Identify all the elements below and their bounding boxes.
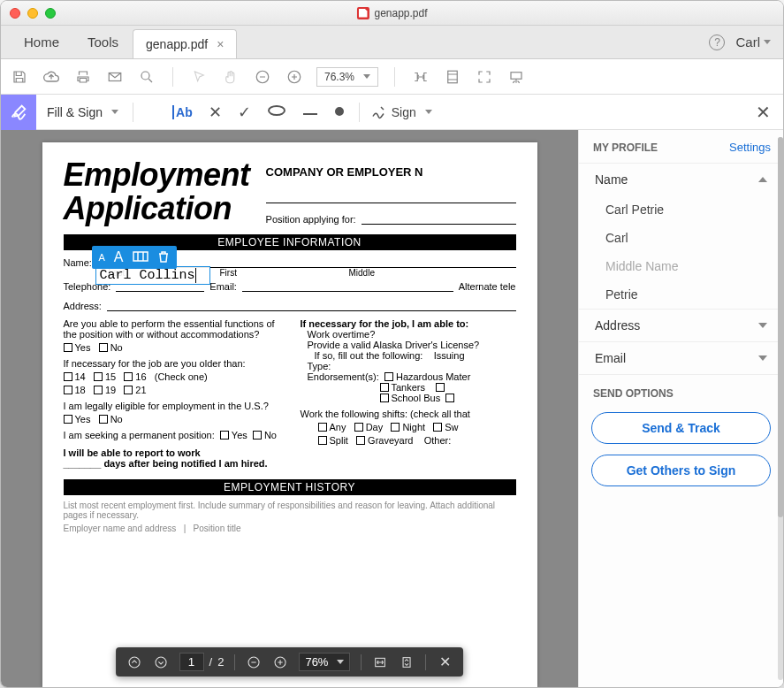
tab-bar: Home Tools genapp.pdf × ? Carl xyxy=(1,26,783,59)
text-size-small[interactable]: A xyxy=(99,252,105,263)
window-controls xyxy=(10,8,56,19)
oval-tool[interactable] xyxy=(267,103,286,121)
fit-width-icon[interactable] xyxy=(411,67,430,87)
sign-label: Sign xyxy=(392,105,416,119)
page-indicator: / 2 xyxy=(179,653,225,671)
svg-point-1 xyxy=(141,72,149,80)
chevron-down-icon xyxy=(758,323,767,328)
content-area: Employment Application COMPANY OR EMPLOY… xyxy=(1,130,783,687)
svg-point-12 xyxy=(129,657,140,668)
line-tool[interactable] xyxy=(302,103,318,121)
zoom-in-icon[interactable] xyxy=(272,654,288,670)
send-track-button[interactable]: Send & Track xyxy=(591,412,771,444)
app-window: genapp.pdf Home Tools genapp.pdf × ? Car… xyxy=(0,0,784,688)
svg-point-8 xyxy=(336,108,343,115)
zoom-out-icon[interactable] xyxy=(246,654,262,670)
close-panel-button[interactable]: ✕ xyxy=(756,102,771,123)
main-toolbar: 76.3% xyxy=(1,59,783,95)
window-minimize-button[interactable] xyxy=(27,8,38,19)
fullscreen-icon[interactable] xyxy=(475,67,494,87)
fit-page-icon[interactable] xyxy=(399,654,415,670)
send-options-header: SEND OPTIONS xyxy=(579,374,783,407)
cursor-icon[interactable] xyxy=(189,67,209,87)
chevron-down-icon xyxy=(425,110,432,114)
svg-rect-5 xyxy=(511,72,521,79)
zoom-in-icon[interactable] xyxy=(285,67,304,87)
settings-link[interactable]: Settings xyxy=(729,141,771,154)
chevron-down-icon xyxy=(758,355,767,361)
zoom-value: 76% xyxy=(305,655,328,669)
page-total: 2 xyxy=(217,655,224,669)
tab-label: genapp.pdf xyxy=(146,37,208,51)
svg-rect-9 xyxy=(133,252,148,261)
document-viewport[interactable]: Employment Application COMPANY OR EMPLOY… xyxy=(1,130,578,687)
window-maximize-button[interactable] xyxy=(45,8,56,19)
fit-width-icon[interactable] xyxy=(372,654,388,670)
fill-sign-dropdown[interactable]: Fill & Sign xyxy=(36,105,129,119)
chevron-up-icon xyxy=(758,177,767,182)
text-annotation-input[interactable]: Carl Collins xyxy=(95,266,210,285)
close-toolbar-icon[interactable]: ✕ xyxy=(437,654,453,670)
cloud-upload-icon[interactable] xyxy=(42,67,61,87)
scrollbar-thumb[interactable] xyxy=(778,137,783,517)
page-down-icon[interactable] xyxy=(153,654,169,670)
check-tool[interactable]: ✓ xyxy=(238,103,251,122)
page-up-icon[interactable] xyxy=(126,654,142,670)
sign-dropdown[interactable]: Sign xyxy=(370,104,432,120)
doc-heading: Employment Application xyxy=(64,158,250,226)
chevron-down-icon xyxy=(337,660,344,664)
user-name: Carl xyxy=(735,34,760,50)
profile-first-name[interactable]: Carl xyxy=(579,224,783,252)
profile-middle-name[interactable]: Middle Name xyxy=(579,252,783,280)
dot-tool[interactable] xyxy=(334,103,345,121)
text-size-large[interactable]: A xyxy=(114,249,124,265)
mail-icon[interactable] xyxy=(105,67,125,87)
chevron-down-icon xyxy=(764,40,771,44)
window-close-button[interactable] xyxy=(10,8,20,19)
profile-full-name[interactable]: Carl Petrie xyxy=(579,195,783,224)
position-label: Position applying for: xyxy=(266,214,356,225)
zoom-value: 76.3% xyxy=(324,71,354,83)
page-current-input[interactable] xyxy=(179,653,204,671)
section-history: EMPLOYMENT HISTORY xyxy=(64,479,516,495)
delete-icon[interactable] xyxy=(157,250,170,265)
my-profile-label: MY PROFILE xyxy=(593,141,658,154)
text-tool[interactable]: Ab xyxy=(172,105,193,119)
help-icon[interactable]: ? xyxy=(709,34,725,50)
profile-last-name[interactable]: Petrie xyxy=(579,280,783,309)
window-title-text: genapp.pdf xyxy=(374,7,427,19)
scrollbar[interactable] xyxy=(778,137,783,680)
print-icon[interactable] xyxy=(73,67,93,87)
fill-sign-icon xyxy=(1,95,36,130)
address-section[interactable]: Address xyxy=(579,309,783,341)
home-tab[interactable]: Home xyxy=(10,26,73,58)
fill-sign-toolbar: Fill & Sign Ab ✕ ✓ Sign ✕ xyxy=(1,95,783,130)
read-mode-icon[interactable] xyxy=(506,67,526,87)
chevron-down-icon xyxy=(111,110,118,114)
search-icon[interactable] xyxy=(137,67,156,87)
active-document-tab[interactable]: genapp.pdf × xyxy=(133,29,237,58)
zoom-out-icon[interactable] xyxy=(253,67,272,87)
svg-point-13 xyxy=(156,657,166,668)
page-nav-toolbar: / 2 76% ✕ xyxy=(116,647,464,677)
right-panel: MY PROFILE Settings Name Carl Petrie Car… xyxy=(578,130,783,687)
spacing-icon[interactable] xyxy=(133,251,148,264)
titlebar: genapp.pdf xyxy=(1,1,783,26)
x-mark-tool[interactable]: ✕ xyxy=(209,103,222,122)
tools-tab[interactable]: Tools xyxy=(73,26,133,58)
chevron-down-icon xyxy=(363,74,370,79)
text-annotation-toolbar: A A xyxy=(92,246,177,269)
user-menu[interactable]: Carl xyxy=(735,34,771,50)
pdf-page: Employment Application COMPANY OR EMPLOY… xyxy=(42,142,537,687)
name-section[interactable]: Name xyxy=(579,163,783,195)
zoom-select[interactable]: 76.3% xyxy=(316,67,378,87)
text-input-value: Carl Collins xyxy=(100,268,196,283)
company-label: COMPANY OR EMPLOYER N xyxy=(266,165,516,179)
hand-icon[interactable] xyxy=(221,67,240,87)
save-icon[interactable] xyxy=(10,67,29,87)
tab-close-button[interactable]: × xyxy=(217,37,224,51)
zoom-dropdown[interactable]: 76% xyxy=(299,653,350,671)
email-section[interactable]: Email xyxy=(579,341,783,374)
fit-page-icon[interactable] xyxy=(443,67,462,87)
get-others-sign-button[interactable]: Get Others to Sign xyxy=(591,455,771,486)
